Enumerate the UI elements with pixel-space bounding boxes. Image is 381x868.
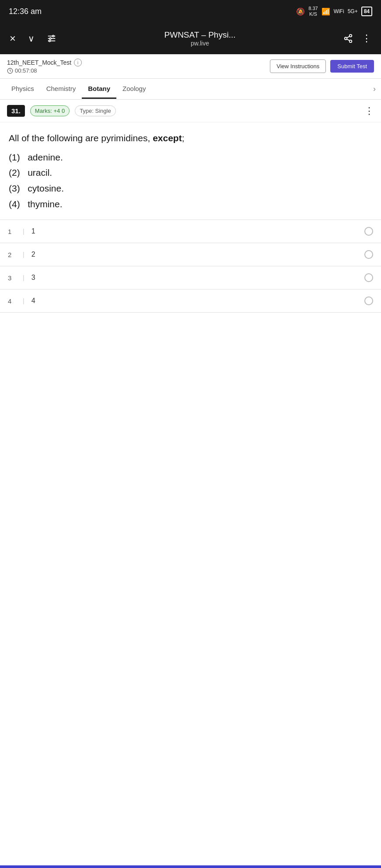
view-instructions-button[interactable]: View Instructions — [270, 59, 326, 73]
nav-subtitle: pw.live — [191, 40, 209, 47]
status-icons: 🔕 8.37 K/S 📶 WiFi 5G+ 84 — [296, 6, 372, 17]
answer-option-row-2[interactable]: 2 | 2 — [0, 243, 381, 266]
timer: 00:57:08 — [15, 67, 37, 74]
tab-botany[interactable]: Botany — [82, 80, 116, 99]
answer-radio-3[interactable] — [364, 273, 373, 282]
info-icon: i — [74, 59, 82, 66]
test-name: 12th_NEET_Mock_Test — [7, 59, 71, 66]
answer-options: 1 | 1 2 | 2 3 | 3 4 | 4 — [0, 216, 381, 316]
answer-index-4: 4 — [8, 297, 16, 305]
status-time: 12:36 am — [9, 7, 42, 16]
test-info-left: 12th_NEET_Mock_Test i 00:57:08 — [7, 59, 82, 74]
answer-radio-4[interactable] — [364, 296, 373, 305]
answer-radio-2[interactable] — [364, 250, 373, 259]
share-button[interactable] — [341, 31, 356, 46]
clock-icon — [7, 68, 13, 74]
answer-index-1: 1 — [8, 228, 16, 235]
svg-line-13 — [347, 36, 350, 38]
question-text-block: All of the following are pyrimidines, ex… — [0, 122, 381, 216]
svg-point-10 — [345, 37, 347, 40]
status-bar: 12:36 am 🔕 8.37 K/S 📶 WiFi 5G+ 84 — [0, 0, 381, 23]
answer-option-row-3[interactable]: 3 | 3 — [0, 266, 381, 289]
answer-divider-1: | — [23, 228, 24, 235]
svg-point-3 — [52, 35, 54, 37]
notification-icon: 🔕 — [296, 7, 305, 16]
subject-tabs: Physics Chemistry Botany Zoology › — [0, 79, 381, 100]
type-badge: Type: Single — [75, 105, 116, 116]
battery-indicator: 84 — [361, 7, 372, 16]
option-text-1: (1) adenine. — [9, 150, 372, 165]
tab-zoology[interactable]: Zoology — [116, 80, 152, 99]
close-button[interactable]: × — [7, 30, 18, 47]
tab-physics[interactable]: Physics — [5, 80, 40, 99]
wifi-icon: 📶 — [322, 7, 330, 16]
marks-badge: Marks: +4 0 — [30, 105, 70, 116]
wifi-label: WiFi — [334, 8, 344, 14]
test-info-bar: 12th_NEET_Mock_Test i 00:57:08 View Inst… — [0, 54, 381, 79]
answer-label-2: 2 — [31, 251, 357, 258]
answer-label-1: 1 — [31, 227, 357, 235]
question-text: All of the following are pyrimidines, ex… — [9, 131, 372, 145]
question-header: 31. Marks: +4 0 Type: Single ⋮ — [0, 100, 381, 122]
answer-label-3: 3 — [31, 274, 357, 282]
test-info-right: View Instructions Submit Test — [270, 59, 374, 73]
dropdown-button[interactable]: ∨ — [25, 31, 37, 46]
answer-label-4: 4 — [31, 297, 357, 305]
answer-index-2: 2 — [8, 251, 16, 258]
svg-point-6 — [49, 40, 51, 42]
answer-option-row-1[interactable]: 1 | 1 — [0, 220, 381, 243]
tab-chemistry[interactable]: Chemistry — [40, 80, 82, 99]
filter-button[interactable] — [44, 31, 59, 46]
nav-title-block: PWNSAT – Physi... pw.live — [66, 30, 334, 47]
nav-title: PWNSAT – Physi... — [164, 30, 236, 40]
option-text-3: (3) cytosine. — [9, 181, 372, 196]
answer-index-3: 3 — [8, 274, 16, 282]
more-options-button[interactable]: ⋮ — [359, 30, 374, 47]
answer-divider-4: | — [23, 297, 24, 304]
question-number-badge: 31. — [7, 105, 25, 117]
svg-point-11 — [350, 40, 352, 43]
signal-label: 5G+ — [348, 8, 358, 14]
answer-divider-2: | — [23, 251, 24, 258]
timer-row: 00:57:08 — [7, 67, 82, 74]
svg-line-12 — [347, 39, 350, 41]
network-speed: 8.37 K/S — [308, 6, 318, 17]
question-menu-button[interactable]: ⋮ — [364, 105, 374, 117]
nav-bar: × ∨ PWNSAT – Physi... pw.live ⋮ — [0, 23, 381, 54]
answer-radio-1[interactable] — [364, 227, 373, 236]
svg-point-9 — [350, 35, 352, 37]
option-text-4: (4) thymine. — [9, 196, 372, 212]
answer-divider-3: | — [23, 274, 24, 281]
nav-right-icons: ⋮ — [341, 30, 374, 47]
submit-test-button[interactable]: Submit Test — [330, 60, 374, 73]
option-text-2: (2) uracil. — [9, 165, 372, 181]
bottom-space — [0, 316, 381, 710]
option-list: (1) adenine. (2) uracil. (3) cytosine. (… — [9, 150, 372, 212]
tabs-right-arrow[interactable]: › — [373, 84, 376, 94]
answer-option-row-4[interactable]: 4 | 4 — [0, 289, 381, 313]
bottom-nav-bar — [0, 865, 381, 868]
test-name-row: 12th_NEET_Mock_Test i — [7, 59, 82, 66]
svg-point-0 — [49, 38, 51, 39]
